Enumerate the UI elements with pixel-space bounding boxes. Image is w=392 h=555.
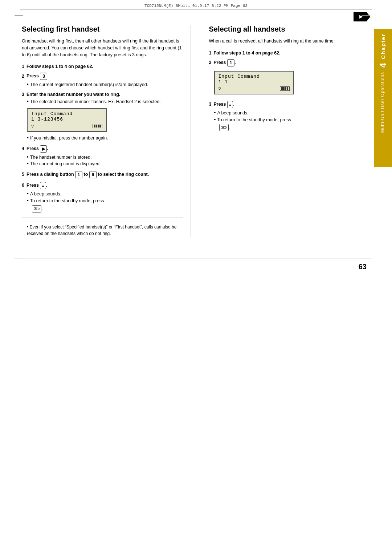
- off-button-left: ⌘0: [32, 205, 41, 212]
- left-column: Selecting first handset One handset will…: [22, 25, 191, 237]
- left-step-5-header: 5 Press a dialing button 1 to 6 to selec…: [22, 171, 183, 178]
- right-section-title: Selecting all handsets: [209, 25, 371, 33]
- right-step-1: 1 Follow steps 1 to 4 on page 62.: [209, 50, 371, 56]
- right-step-3-bullet-2: • To return to the standby mode, press: [214, 117, 371, 123]
- right-step-num-2: 2: [209, 60, 212, 65]
- right-lcd-footer: ▽: [219, 86, 290, 92]
- period-right: .: [229, 125, 230, 130]
- chapter-text: Multi-Unit User Operations: [380, 72, 386, 133]
- crosshair-mr: [362, 254, 370, 263]
- step-4-text: Press ▶.: [26, 145, 48, 153]
- left-step-4-header: 4 Press ▶.: [22, 145, 183, 153]
- right-step-2: 2 Press 1. Input Command 1 1 ▽: [209, 59, 371, 97]
- right-step-3-header: 3 Press ≡.: [209, 101, 371, 108]
- menu-button-icon-right: ≡: [227, 101, 233, 108]
- left-section-intro: One handset will ring first, then all ot…: [22, 38, 183, 58]
- step-3-bullet-1: • The selected handset number flashes. E…: [27, 98, 183, 105]
- right-lcd-line1: Input Command: [219, 74, 290, 79]
- step-6-bullet-text-1: A beep sounds.: [30, 191, 61, 198]
- step-4-bullet-text-2: The current ring count is displayed.: [30, 161, 101, 167]
- off-button-container-left: ⌘0.: [32, 205, 183, 212]
- chapter-sidebar: Chapter 4 Multi-Unit User Operations: [374, 29, 392, 167]
- button-3: 3: [40, 73, 47, 80]
- crosshair-br: [362, 524, 370, 533]
- step-6-bullet-text-2: To return to the standby mode, press: [30, 198, 104, 204]
- left-step-6: 6 Press ≡. • A beep sounds. • To return …: [22, 182, 183, 212]
- right-column: Selecting all handsets When a call is re…: [205, 25, 371, 237]
- button-6-icon: 6: [89, 171, 97, 178]
- right-lcd-display: Input Command 1 1 ▽: [214, 71, 294, 94]
- step-num-5: 5: [22, 172, 24, 177]
- right-step-1-header: 1 Follow steps 1 to 4 on page 62.: [209, 50, 371, 56]
- button-1-right: 1: [227, 59, 234, 66]
- right-step-3-bullet-text-1: A beep sounds.: [217, 110, 248, 117]
- step-2-bullet-text: The current registered handset number(s)…: [30, 81, 148, 88]
- left-step-2-header: 2 Press 3.: [22, 73, 183, 80]
- lcd-footer: ▽: [31, 123, 102, 129]
- chapter-label: Chapter: [380, 33, 386, 59]
- step-6-bullet-2: • To return to the standby mode, press: [27, 198, 183, 204]
- left-lcd-line2: 1 3-123456: [31, 117, 102, 122]
- step-6-text: Press ≡.: [26, 182, 47, 189]
- right-step-3-bullet-1: • A beep sounds.: [214, 110, 371, 117]
- step-1-text: Follow steps 1 to 4 on page 62.: [26, 64, 93, 69]
- left-step-1: 1 Follow steps 1 to 4 on page 62.: [22, 64, 183, 69]
- step-3-text: Enter the handset number you want to rin…: [26, 92, 120, 97]
- right-step-num-3: 3: [209, 102, 212, 107]
- period-left: .: [41, 206, 43, 211]
- step-2-text: Press 3.: [26, 73, 49, 80]
- page-number-container: 63: [0, 259, 392, 275]
- chapter-number: 4: [378, 62, 388, 68]
- left-note-container: • Even if you select “Specified handset(…: [22, 218, 183, 237]
- step-num-4: 4: [22, 146, 24, 151]
- right-step-2-header: 2 Press 1.: [209, 59, 371, 66]
- left-lcd-display: Input Command 1 3-123456 ▽: [27, 108, 107, 132]
- right-section-intro: When a call is received, all handsets wi…: [209, 38, 371, 45]
- step-3-bullet-text-2: If you misdial, press the number again.: [30, 135, 108, 142]
- right-step-1-text: Follow steps 1 to 4 on page 62.: [213, 50, 280, 56]
- mic-icon: ▽: [31, 123, 34, 129]
- left-step-3: 3 Enter the handset number you want to r…: [22, 92, 183, 142]
- right-step-3-text: Press ≡.: [213, 101, 234, 108]
- step-num-6: 6: [22, 183, 24, 188]
- step-2-bullet-1: • The current registered handset number(…: [27, 81, 183, 88]
- menu-button-icon-left: ≡: [40, 182, 46, 189]
- right-step-3: 3 Press ≡. • A beep sounds. • To return …: [209, 101, 371, 131]
- right-battery-icon: [280, 86, 290, 91]
- button-1-icon: 1: [75, 171, 82, 178]
- right-step-3-bullet-text-2: To return to the standby mode, press: [217, 117, 291, 123]
- page: TCD715NLM(E)-8Multi 01.9.17 8:22 PM Page…: [0, 0, 392, 555]
- step-3-bullet-2: • If you misdial, press the number again…: [27, 135, 183, 142]
- left-step-5: 5 Press a dialing button 1 to 6 to selec…: [22, 171, 183, 178]
- crosshair-ml: [15, 254, 23, 263]
- right-step-num-1: 1: [209, 50, 212, 56]
- battery-icon: [93, 124, 102, 128]
- step-num-3: 3: [22, 92, 24, 97]
- step-4-bullet-2: • The current ring count is displayed.: [27, 161, 183, 167]
- crosshair-bl: [15, 524, 23, 533]
- off-button-right: ⌘0: [219, 124, 229, 131]
- right-step-2-text: Press 1.: [213, 59, 236, 66]
- off-button-container-right: ⌘0.: [219, 124, 371, 131]
- step-3-bullet-text: The selected handset number flashes. Ex.…: [30, 98, 161, 105]
- left-note: • Even if you select “Specified handset(…: [27, 224, 183, 237]
- main-content: Selecting first handset One handset will…: [0, 21, 392, 251]
- step-4-bullet-1: • The handset number is stored.: [27, 154, 183, 161]
- step-num-1: 1: [22, 64, 24, 69]
- right-lcd-line2: 1 1: [219, 79, 290, 85]
- right-mic-icon: ▽: [219, 86, 221, 92]
- left-step-6-header: 6 Press ≡.: [22, 182, 183, 189]
- page-number: 63: [359, 263, 367, 271]
- left-step-4: 4 Press ▶. • The handset number is store…: [22, 145, 183, 168]
- step-6-bullet-1: • A beep sounds.: [27, 191, 183, 198]
- crosshair-tr: [362, 11, 370, 20]
- left-step-3-header: 3 Enter the handset number you want to r…: [22, 92, 183, 97]
- left-section-title: Selecting first handset: [22, 25, 183, 33]
- left-step-1-header: 1 Follow steps 1 to 4 on page 62.: [22, 64, 183, 69]
- top-arrow-bar: ►: [0, 12, 392, 21]
- step-5-text: Press a dialing button 1 to 6 to select …: [26, 171, 149, 178]
- left-lcd-line1: Input Command: [31, 111, 102, 117]
- play-button-icon: ▶: [40, 145, 47, 153]
- crosshair-tl: [15, 11, 23, 20]
- left-step-2: 2 Press 3. • The current registered hand…: [22, 73, 183, 88]
